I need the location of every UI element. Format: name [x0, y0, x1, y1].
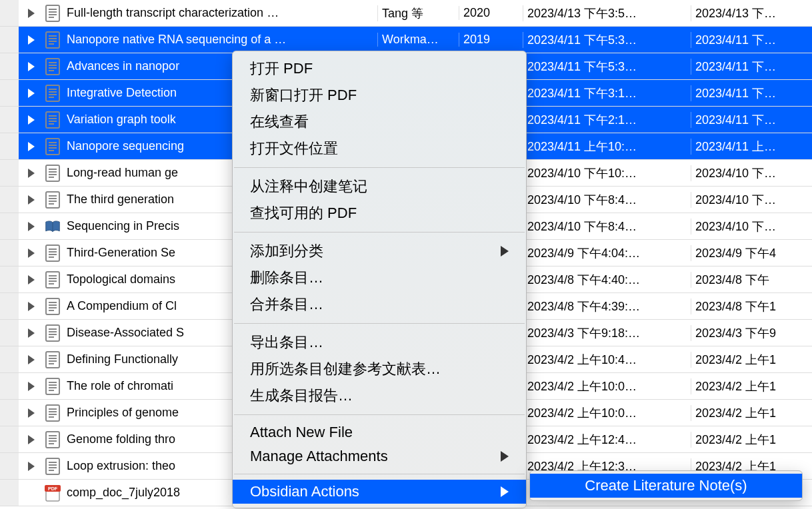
disclosure-triangle-icon[interactable]: [28, 328, 35, 338]
item-date-modified: 2023/4/11 下…: [691, 112, 812, 128]
menu-item[interactable]: Attach New File: [233, 420, 526, 444]
item-date-added: 2023/4/11 上午10:…: [523, 139, 691, 155]
menu-item[interactable]: Obsidian Actions: [233, 480, 526, 504]
gutter: [0, 266, 19, 292]
disclosure-triangle-icon[interactable]: [28, 35, 35, 45]
item-title: Nanopore native RNA sequencing of a …: [64, 33, 377, 47]
item-author: Workma…: [377, 33, 459, 47]
disclosure-triangle-icon[interactable]: [28, 62, 35, 71]
gutter: [0, 320, 19, 346]
submenu-arrow-icon: [501, 246, 509, 256]
menu-item-label: 在线查看: [250, 112, 309, 132]
menu-item[interactable]: Manage Attachments: [233, 444, 526, 468]
item-date-added: 2023/4/2 上午12:4…: [523, 432, 691, 448]
document-icon: [41, 404, 64, 422]
item-date-added: 2023/4/8 下午4:39:…: [523, 298, 691, 314]
obsidian-submenu[interactable]: Create Literature Note(s): [529, 470, 803, 501]
menu-separator: [234, 167, 525, 168]
table-row[interactable]: Nanopore native RNA sequencing of a …Wor…: [0, 27, 812, 53]
disclosure-triangle-icon[interactable]: [28, 435, 35, 444]
item-date-modified: 2023/4/2 上午1: [691, 378, 812, 394]
gutter: [0, 133, 19, 159]
menu-item[interactable]: 添加到分类: [233, 238, 526, 264]
disclosure-triangle-icon[interactable]: [28, 355, 35, 364]
item-year: 2020: [459, 6, 523, 20]
item-date-modified: 2023/4/9 下午4: [691, 245, 812, 261]
item-author: Tang 等: [377, 5, 459, 21]
gutter: [0, 213, 19, 239]
item-date-modified: 2023/4/10 下…: [691, 165, 812, 181]
disclosure-triangle-icon[interactable]: [28, 462, 35, 471]
item-date-added: 2023/4/13 下午3:5…: [523, 5, 691, 21]
menu-item-label: Attach New File: [250, 424, 353, 441]
document-icon: [41, 457, 64, 476]
gutter: [0, 480, 19, 506]
item-date-modified: 2023/4/8 下午1: [691, 298, 812, 314]
menu-item[interactable]: 打开 PDF: [233, 55, 526, 82]
document-icon: [41, 84, 64, 103]
item-date-added: 2023/4/3 下午9:18:…: [523, 325, 691, 341]
item-date-added: 2023/4/10 下午8:4…: [523, 192, 691, 208]
gutter: [0, 240, 19, 266]
menu-item[interactable]: 在线查看: [233, 109, 526, 135]
item-date-added: 2023/4/10 下午8:4…: [523, 219, 691, 235]
context-menu[interactable]: 打开 PDF新窗口打开 PDF在线查看打开文件位置从注释中创建笔记查找可用的 P…: [232, 51, 527, 508]
gutter: [0, 373, 19, 399]
menu-item-label: 打开文件位置: [250, 139, 338, 159]
disclosure-triangle-icon[interactable]: [28, 382, 35, 391]
menu-item[interactable]: 查找可用的 PDF: [233, 200, 526, 227]
disclosure-triangle-icon[interactable]: [28, 169, 35, 178]
gutter: [0, 160, 19, 186]
item-date-added: 2023/4/8 下午4:40:…: [523, 272, 691, 288]
item-date-added: 2023/4/11 下午3:1…: [523, 85, 691, 101]
menu-item-label: 删除条目…: [250, 268, 323, 288]
submenu-item[interactable]: Create Literature Note(s): [530, 474, 802, 498]
disclosure-triangle-icon[interactable]: [28, 115, 35, 125]
item-date-added: 2023/4/2 上午10:0…: [523, 378, 691, 394]
document-icon: [41, 377, 64, 396]
disclosure-triangle-icon[interactable]: [28, 275, 35, 284]
disclosure-triangle-icon[interactable]: [28, 302, 35, 311]
disclosure-triangle-icon[interactable]: [28, 9, 35, 18]
gutter: [0, 346, 19, 372]
item-date-added: 2023/4/2 上午10:4…: [523, 352, 691, 368]
disclosure-triangle-icon[interactable]: [28, 222, 35, 231]
menu-item[interactable]: 导出条目…: [233, 329, 526, 356]
menu-item[interactable]: 打开文件位置: [233, 135, 526, 162]
disclosure-triangle-icon[interactable]: [28, 195, 35, 205]
menu-separator: [234, 414, 525, 415]
gutter: [0, 293, 19, 319]
menu-separator: [234, 474, 525, 474]
menu-item[interactable]: 新窗口打开 PDF: [233, 82, 526, 109]
menu-item[interactable]: 删除条目…: [233, 264, 526, 291]
menu-item-label: 合并条目…: [250, 294, 323, 314]
table-row[interactable]: Full-length transcript characterization …: [0, 0, 812, 27]
gutter: [0, 453, 19, 479]
item-date-added: 2023/4/9 下午4:04:…: [523, 245, 691, 261]
menu-item[interactable]: 用所选条目创建参考文献表…: [233, 356, 526, 382]
disclosure-triangle-icon[interactable]: [28, 249, 35, 258]
document-icon: [41, 430, 64, 449]
item-date-modified: 2023/4/11 下…: [691, 59, 812, 75]
book-icon: [41, 217, 64, 236]
document-icon: [41, 244, 64, 262]
menu-item-label: 从注释中创建笔记: [250, 177, 367, 197]
disclosure-triangle-icon[interactable]: [28, 89, 35, 98]
document-icon: [41, 164, 64, 183]
gutter: [0, 400, 19, 426]
disclosure-triangle-icon[interactable]: [28, 142, 35, 151]
item-date-modified: 2023/4/11 上…: [691, 139, 812, 155]
pdf-icon: [41, 484, 64, 502]
disclosure-triangle-icon[interactable]: [28, 408, 35, 418]
document-icon: [41, 111, 64, 129]
document-icon: [41, 324, 64, 342]
submenu-item-label: Create Literature Note(s): [585, 477, 747, 494]
submenu-arrow-icon: [501, 451, 509, 462]
menu-item[interactable]: 生成条目报告…: [233, 382, 526, 409]
item-title: Full-length transcript characterization …: [64, 6, 377, 20]
menu-item[interactable]: 合并条目…: [233, 291, 526, 318]
menu-item[interactable]: 从注释中创建笔记: [233, 173, 526, 200]
item-date-modified: 2023/4/11 下…: [691, 32, 812, 48]
menu-item-label: 用所选条目创建参考文献表…: [250, 359, 441, 379]
document-icon: [41, 57, 64, 76]
